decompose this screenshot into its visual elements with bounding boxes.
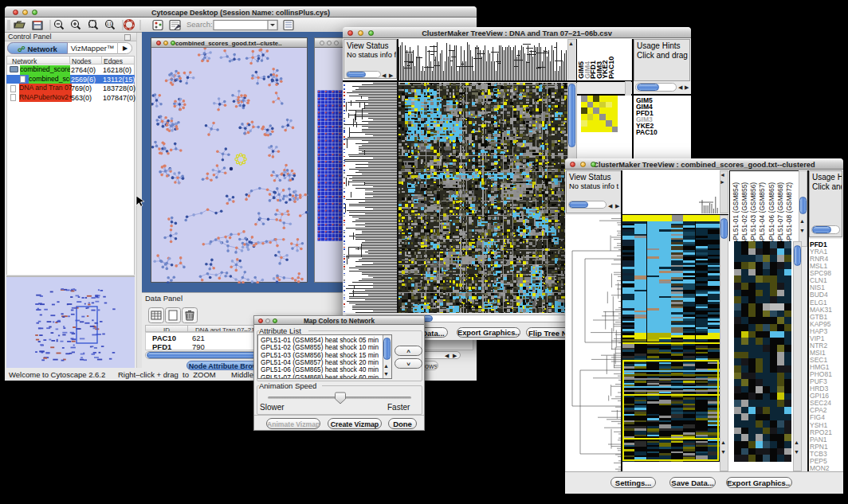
svg-text:GPL51-04 (GSM857): GPL51-04 (GSM857) [758, 182, 766, 245]
svg-text:GPL51-01 (GSM854): GPL51-01 (GSM854) [732, 182, 740, 245]
svg-text:GPL51-08 (GSM872): GPL51-08 (GSM872) [785, 182, 793, 245]
svg-text:GPL51-06 (GSM865): GPL51-06 (GSM865) [768, 182, 775, 245]
svg-text:1:1: 1:1 [107, 22, 112, 26]
svg-text:GPL51-07 (GSM868): GPL51-07 (GSM868) [776, 182, 784, 245]
svg-text:Search:: Search: [186, 20, 213, 29]
svg-text:GPL51-02 (GSM855): GPL51-02 (GSM855) [740, 182, 748, 245]
svg-text:GPL51-03 (GSM856): GPL51-03 (GSM856) [749, 182, 757, 245]
svg-text:PAC10: PAC10 [607, 57, 615, 79]
